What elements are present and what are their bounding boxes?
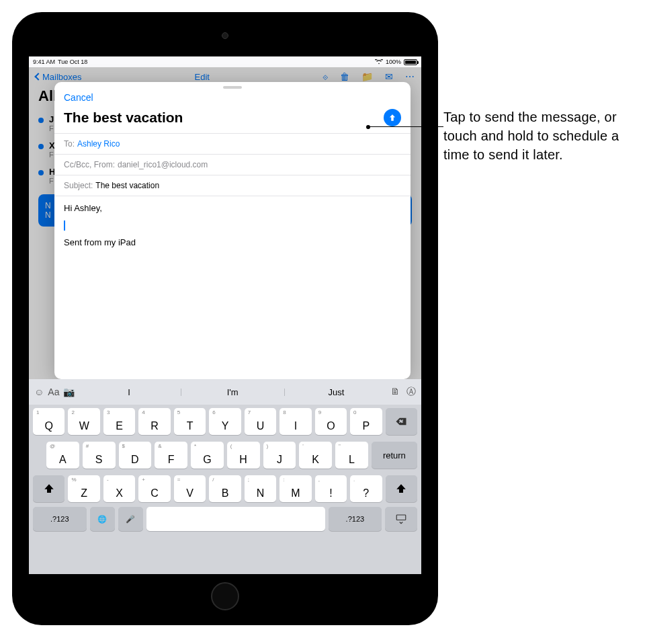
prediction-bar: ☺ Aa 📷 I I'm Just 🗎 Ⓐ [29, 379, 421, 405]
shift-icon [395, 483, 407, 495]
prediction-2[interactable]: I'm [181, 385, 284, 400]
onscreen-keyboard: ☺ Aa 📷 I I'm Just 🗎 Ⓐ 1Q2W3E4R5T6Y7U8I9O… [29, 379, 421, 574]
to-value: Ashley Rico [77, 139, 120, 149]
shift-icon [43, 483, 55, 495]
globe-key[interactable]: 🌐 [90, 507, 115, 531]
key-e[interactable]: 3E [103, 408, 135, 435]
svg-rect-0 [396, 515, 406, 520]
camera-icon[interactable]: 📷 [63, 387, 75, 397]
key-j[interactable]: )J [263, 442, 296, 469]
emoji-icon[interactable]: ☺ [34, 387, 44, 397]
shift-key-left[interactable] [33, 475, 64, 502]
wifi-icon [375, 59, 383, 65]
signature: Sent from my iPad [64, 237, 401, 247]
cc-bcc-from-field[interactable]: Cc/Bcc, From: daniel_rico1@icloud.com [54, 154, 411, 175]
key-row-1: 1Q2W3E4R5T6Y7U8I9O0P [29, 405, 421, 438]
key-row-3: %Z-X+C=V/B;N:M,!.? [29, 472, 421, 506]
from-value: daniel_rico1@icloud.com [118, 160, 208, 169]
subject-field[interactable]: Subject: The best vacation [54, 175, 411, 196]
key-n[interactable]: ;N [245, 475, 276, 502]
key-m[interactable]: :M [280, 475, 311, 502]
compose-title: The best vacation [64, 110, 183, 126]
prediction-3[interactable]: Just [285, 385, 388, 400]
to-field[interactable]: To: Ashley Rico [54, 133, 411, 154]
key-b[interactable]: /B [209, 475, 241, 502]
status-time: 9:41 AM [33, 58, 55, 65]
battery-percent: 100% [386, 58, 401, 65]
text-format-icon[interactable]: Aa [48, 387, 59, 397]
ipad-device-frame: 9:41 AM Tue Oct 18 100% Mailboxes Edit ⟐… [12, 12, 438, 625]
sheet-grabber[interactable] [223, 86, 242, 89]
key-v[interactable]: =V [174, 475, 206, 502]
dictation-key[interactable]: 🎤 [118, 507, 143, 531]
home-button[interactable] [211, 582, 239, 610]
numbers-key-left[interactable]: .?123 [33, 507, 87, 531]
key-h[interactable]: (H [227, 442, 260, 469]
backspace-key[interactable] [386, 408, 417, 435]
numbers-key-right[interactable]: .?123 [329, 507, 382, 531]
key-z[interactable]: %Z [68, 475, 99, 502]
send-button[interactable] [384, 109, 401, 126]
key-t[interactable]: 5T [174, 408, 206, 435]
message-body[interactable]: Hi Ashley, Sent from my iPad [54, 196, 411, 379]
ipad-screen: 9:41 AM Tue Oct 18 100% Mailboxes Edit ⟐… [29, 56, 421, 574]
hide-keyboard-key[interactable] [385, 507, 417, 531]
backspace-icon [395, 415, 407, 428]
key-i[interactable]: 8I [280, 408, 311, 435]
key-f[interactable]: &F [155, 442, 187, 469]
key-w[interactable]: 2W [68, 408, 99, 435]
shift-key-right[interactable] [386, 475, 417, 502]
scan-document-icon[interactable]: 🗎 [390, 386, 400, 398]
key-r[interactable]: 4R [138, 408, 170, 435]
cc-label: Cc/Bcc, From: [64, 160, 115, 169]
callout-text: Tap to send the message, or touch and ho… [443, 108, 632, 164]
prediction-1[interactable]: I [77, 385, 180, 400]
arrow-up-icon [388, 113, 397, 122]
key-k[interactable]: 'K [299, 442, 332, 469]
key-s[interactable]: #S [83, 442, 116, 469]
body-greeting: Hi Ashley, [64, 203, 401, 213]
callout-leader-line [368, 126, 443, 127]
key-row-4: .?123🌐🎤.?123 [29, 506, 421, 535]
return-key[interactable]: return [372, 442, 417, 469]
key-u[interactable]: 7U [245, 408, 276, 435]
key-c[interactable]: +C [138, 475, 170, 502]
subject-label: Subject: [64, 181, 93, 190]
key-g[interactable]: *G [191, 442, 224, 469]
key-x[interactable]: -X [103, 475, 135, 502]
space-key[interactable] [146, 507, 325, 531]
keyboard-hide-icon [395, 513, 407, 525]
cancel-button[interactable]: Cancel [64, 92, 93, 103]
status-date: Tue Oct 18 [58, 58, 87, 65]
front-camera [222, 32, 228, 39]
key-o[interactable]: 9O [315, 408, 347, 435]
markup-icon[interactable]: Ⓐ [406, 386, 416, 398]
key-d[interactable]: $D [119, 442, 152, 469]
key-y[interactable]: 6Y [209, 408, 241, 435]
compose-sheet: Cancel The best vacation To: Ashley Rico… [54, 82, 411, 379]
subject-value: The best vacation [95, 181, 159, 190]
status-bar: 9:41 AM Tue Oct 18 100% [29, 56, 421, 67]
to-label: To: [64, 139, 75, 149]
text-cursor [64, 220, 65, 231]
key-row-2: @A#S$D&F*G(H)J'K"Lreturn [29, 438, 421, 472]
key-l[interactable]: "L [335, 442, 368, 469]
key-p[interactable]: 0P [350, 408, 382, 435]
key-?[interactable]: .? [350, 475, 382, 502]
key-q[interactable]: 1Q [33, 408, 64, 435]
key-![interactable]: ,! [315, 475, 347, 502]
battery-icon [404, 59, 417, 65]
key-a[interactable]: @A [46, 442, 79, 469]
